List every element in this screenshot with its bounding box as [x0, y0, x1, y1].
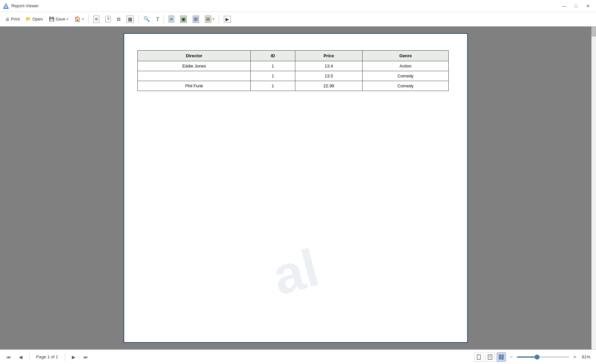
- help-icon: ?: [105, 16, 111, 23]
- toolbar: 🖨 Print 📂 Open 💾 Save ▾ 🏠 ▾ ≡ ? ⧉ ▦ 🔍 T …: [0, 12, 596, 26]
- page-document: Director ID Price Genre Eddie Jones113.4…: [124, 33, 468, 343]
- scrollbar-thumb[interactable]: [592, 26, 596, 36]
- find-icon: 🔍: [143, 16, 150, 22]
- export-icon: ▶: [224, 16, 231, 23]
- watermark: al: [267, 237, 325, 307]
- status-bar: ⏮ ◀ Page 1 of 1 ▶ ⏭ − +: [0, 349, 596, 364]
- separator-4: [219, 15, 219, 24]
- table-cell: 22.99: [295, 81, 363, 91]
- table-cell: 13.5: [295, 71, 363, 81]
- table-row: 113.5Comedy: [138, 71, 449, 81]
- zoom-slider[interactable]: [517, 356, 570, 358]
- header-genre: Genre: [363, 51, 449, 61]
- svg-rect-7: [499, 355, 501, 357]
- report-table: Director ID Price Genre Eddie Jones113.4…: [137, 50, 449, 91]
- view4-dropdown-arrow: ▾: [213, 17, 214, 21]
- title-bar: Report-Viewer — □ ✕: [0, 0, 596, 12]
- fit-page-icon: [487, 354, 493, 360]
- table-row: Phil Funk122.99Comedy: [138, 81, 449, 91]
- table-cell: Comedy: [363, 81, 449, 91]
- status-right: − + 81%: [474, 352, 592, 362]
- nav-separator-1: [29, 353, 29, 361]
- window-controls: — □ ✕: [559, 2, 593, 10]
- app-logo: [3, 3, 9, 9]
- next-page-button[interactable]: ▶: [69, 352, 78, 362]
- layout-icon: ▦: [126, 16, 134, 23]
- single-page-icon: [476, 354, 481, 360]
- table-cell: Phil Funk: [138, 81, 251, 91]
- table-cell: Eddie Jones: [138, 61, 251, 71]
- home-icon: 🏠: [74, 16, 81, 22]
- view3-button[interactable]: ⊞: [190, 14, 202, 25]
- view3-icon: ⊞: [193, 16, 199, 23]
- view4-button[interactable]: ⊞ ▾: [202, 14, 217, 25]
- table-cell: 1: [251, 81, 295, 91]
- view2-icon: ▣: [180, 16, 187, 23]
- header-director: Director: [138, 51, 251, 61]
- open-label: Open: [32, 17, 43, 22]
- prev-page-button[interactable]: ◀: [16, 352, 25, 362]
- separator-3: [164, 15, 164, 24]
- find-button[interactable]: 🔍: [141, 14, 153, 25]
- text-icon: T: [156, 16, 159, 22]
- grid-view-icon: [499, 354, 504, 360]
- copy-icon-button[interactable]: ⧉: [114, 14, 123, 25]
- zoom-level: 81%: [580, 354, 592, 359]
- text-button[interactable]: T: [153, 14, 162, 25]
- page-info: Page 1 of 1: [36, 354, 58, 359]
- page-icon-button[interactable]: ≡: [91, 14, 102, 25]
- table-cell: 1: [251, 61, 295, 71]
- save-label: Save: [56, 17, 66, 22]
- last-page-button[interactable]: ⏭: [81, 352, 90, 362]
- view4-icon: ⊞: [205, 16, 211, 23]
- table-cell: Action: [363, 61, 449, 71]
- svg-rect-10: [502, 357, 504, 359]
- view2-button[interactable]: ▣: [177, 14, 189, 25]
- save-dropdown-arrow: ▾: [67, 17, 68, 21]
- separator-2: [138, 15, 139, 24]
- svg-rect-9: [499, 357, 501, 359]
- print-button[interactable]: 🖨 Print: [3, 14, 23, 25]
- table-cell: [138, 71, 251, 81]
- single-page-button[interactable]: [474, 352, 483, 362]
- right-scrollbar[interactable]: [591, 26, 596, 349]
- app-title: Report-Viewer: [11, 3, 559, 8]
- table-row: Eddie Jones113.4Action: [138, 61, 449, 71]
- table-cell: 1: [251, 71, 295, 81]
- open-button[interactable]: 📂 Open: [23, 14, 46, 25]
- zoom-out-button[interactable]: −: [508, 354, 515, 360]
- page-icon: ≡: [93, 16, 99, 23]
- viewer-area[interactable]: Director ID Price Genre Eddie Jones113.4…: [0, 26, 591, 349]
- svg-rect-3: [477, 355, 480, 359]
- home-button[interactable]: 🏠 ▾: [72, 14, 86, 25]
- print-label: Print: [11, 17, 20, 22]
- table-cell: Comedy: [363, 71, 449, 81]
- table-cell: 13.4: [295, 61, 363, 71]
- view1-button[interactable]: ≡: [166, 14, 177, 25]
- help-icon-button[interactable]: ?: [103, 14, 114, 25]
- scrollbar-track[interactable]: [592, 26, 596, 349]
- copy-icon: ⧉: [117, 16, 121, 22]
- zoom-in-button[interactable]: +: [571, 354, 578, 360]
- table-header-row: Director ID Price Genre: [138, 51, 449, 61]
- maximize-button[interactable]: □: [571, 2, 581, 10]
- grid-view-button[interactable]: [497, 352, 506, 362]
- view1-icon: ≡: [169, 16, 174, 23]
- home-dropdown-arrow: ▾: [82, 17, 84, 21]
- save-button[interactable]: 💾 Save ▾: [46, 14, 71, 25]
- save-icon: 💾: [49, 17, 54, 22]
- header-price: Price: [295, 51, 363, 61]
- svg-rect-8: [502, 355, 504, 357]
- export-button[interactable]: ▶: [221, 14, 233, 25]
- open-icon: 📂: [26, 17, 31, 22]
- minimize-button[interactable]: —: [559, 2, 570, 10]
- separator-1: [88, 15, 89, 24]
- close-button[interactable]: ✕: [583, 2, 593, 10]
- layout-icon-button[interactable]: ▦: [124, 14, 136, 25]
- main-area: Director ID Price Genre Eddie Jones113.4…: [0, 26, 596, 349]
- nav-separator-2: [65, 353, 65, 361]
- header-id: ID: [251, 51, 295, 61]
- fit-page-button[interactable]: [485, 352, 495, 362]
- first-page-button[interactable]: ⏮: [4, 352, 13, 362]
- print-icon: 🖨: [5, 17, 10, 22]
